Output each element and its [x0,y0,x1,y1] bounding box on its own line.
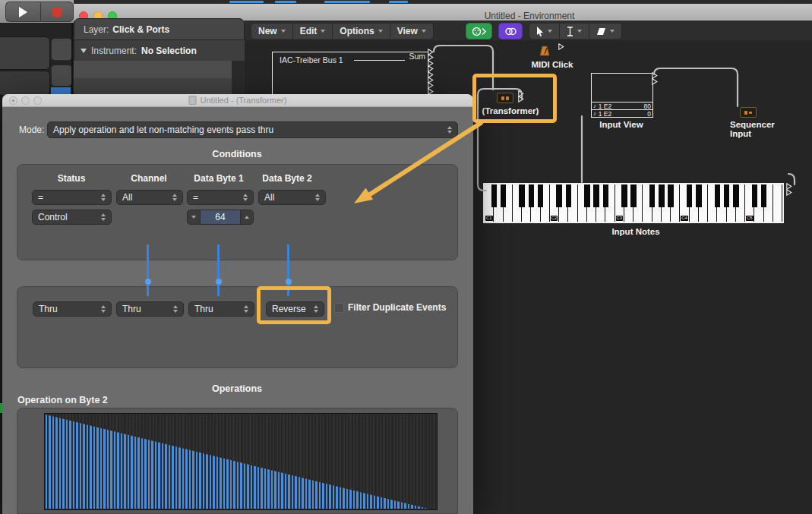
black-key[interactable] [687,184,693,207]
channel-condition-select[interactable]: All [116,190,183,205]
layer-header[interactable]: Layer: Click & Ports [74,18,245,40]
updown-chevron-icon [447,126,452,134]
scrollbar-track[interactable] [232,61,245,94]
event-text: 1 E2 [599,102,612,110]
ibeam-icon [567,27,573,36]
data-byte-2-condition-select[interactable]: All [258,190,326,205]
pointer-icon [536,27,544,36]
lcd-fragment [324,1,370,3]
chevron-down-icon [610,30,615,33]
window-title: Untitled - Environment [485,11,575,21]
play-button[interactable] [5,2,40,22]
black-key[interactable] [566,184,572,207]
status-type-select[interactable]: Control [32,210,112,225]
iac-bus-ports[interactable] [428,49,434,95]
black-key[interactable] [621,184,627,207]
input-notes-keyboard[interactable]: C1C2C3C4C5 [483,183,784,223]
eraser-tool-button[interactable] [589,24,621,39]
data-byte-1-value-stepper[interactable]: 64 [187,210,254,225]
black-key[interactable] [501,184,507,207]
black-key[interactable] [659,184,665,207]
transformer-titlebar[interactable]: Untitled - (Transformer) [2,94,473,107]
transformer-window[interactable]: Untitled - (Transformer) Mode: Apply ope… [2,94,473,514]
close-button[interactable] [9,96,17,105]
black-key[interactable] [630,184,637,207]
minimize-button[interactable] [21,96,30,105]
black-key[interactable] [593,184,599,207]
stepper-down[interactable] [188,210,200,224]
filter-duplicate-events-checkbox[interactable] [334,303,344,313]
chevron-down-icon [548,30,552,33]
mode-select[interactable]: Apply operation and let non-matching eve… [47,121,458,138]
white-key[interactable] [773,184,782,222]
background-button [51,38,72,61]
input-view-object[interactable]: ♪ 1 E2 80 ♪ 1 E2 0 [591,73,653,118]
midi-out-button[interactable] [466,23,492,39]
pointer-tool-button[interactable] [529,24,560,39]
layer-label: Layer: [84,24,109,35]
instrument-header[interactable]: Instrument: No Selection [74,40,245,61]
black-key[interactable] [584,184,590,207]
operations-title: Operations [212,383,262,394]
black-key[interactable] [603,184,609,207]
text-tool-button[interactable] [560,24,589,39]
record-button[interactable] [40,2,74,22]
sequencer-input-icon[interactable] [740,107,757,118]
link-button[interactable] [498,23,523,39]
menu-options[interactable]: Options [333,24,390,39]
stepper-value[interactable]: 64 [200,210,241,224]
input-view-ports[interactable] [652,72,658,85]
black-key[interactable] [491,184,498,207]
instrument-value: No Selection [141,46,197,56]
disclosure-triangle-icon [81,49,87,53]
black-key[interactable] [519,184,525,207]
midi-click-port[interactable] [558,43,564,51]
menu-new[interactable]: New [251,24,293,39]
black-key[interactable] [538,184,544,207]
operation-status-select[interactable]: Thru [33,301,112,317]
black-key[interactable] [715,184,721,207]
window-title: Untitled - (Transformer) [189,96,287,105]
event-value: 80 [644,102,651,110]
black-key[interactable] [668,184,674,207]
updown-chevron-icon [243,194,248,201]
black-key[interactable] [696,184,702,207]
menu-view[interactable]: View [390,24,433,39]
black-key[interactable] [752,184,758,207]
iac-bus-label: IAC-Treiber Bus 1 [280,55,343,65]
octave-label: C2 [551,216,558,221]
menu-edit[interactable]: Edit [293,24,333,39]
black-key[interactable] [529,184,535,207]
updown-chevron-icon [315,194,320,201]
operation-data-byte-1-select[interactable]: Thru [188,301,254,317]
col-header-channel: Channel [131,173,166,184]
connector-dot [145,279,151,285]
updown-chevron-icon [101,305,106,313]
tool-group [529,23,622,39]
environment-menubar: New Edit Options View [245,20,812,40]
input-notes-label: Input Notes [611,227,659,236]
zoom-button[interactable] [33,96,42,105]
mode-label: Mode: [19,125,44,135]
black-key[interactable] [649,184,656,207]
label-rule [354,60,405,61]
stepper-up[interactable] [241,210,253,224]
data-byte-1-condition-select[interactable]: = [187,190,254,205]
black-key[interactable] [761,184,767,207]
connector-dot [286,279,292,285]
screen: Untitled - Environment New Edit Options … [0,0,812,514]
sum-label: Sum [409,52,425,61]
black-key[interactable] [733,184,739,207]
status-condition-select[interactable]: = [32,190,112,205]
port-icon [786,189,792,196]
iac-bus-object[interactable]: IAC-Treiber Bus 1 Sum [272,52,429,96]
metronome-icon[interactable] [539,46,550,56]
black-key[interactable] [724,184,730,207]
connector-dot [216,279,222,285]
updown-chevron-icon [101,194,106,201]
input-notes-ports[interactable] [786,183,792,196]
operation-channel-select[interactable]: Thru [116,301,184,317]
lcd-fragment [389,1,408,3]
byte2-map-graph[interactable] [44,413,438,510]
black-key[interactable] [556,184,562,207]
